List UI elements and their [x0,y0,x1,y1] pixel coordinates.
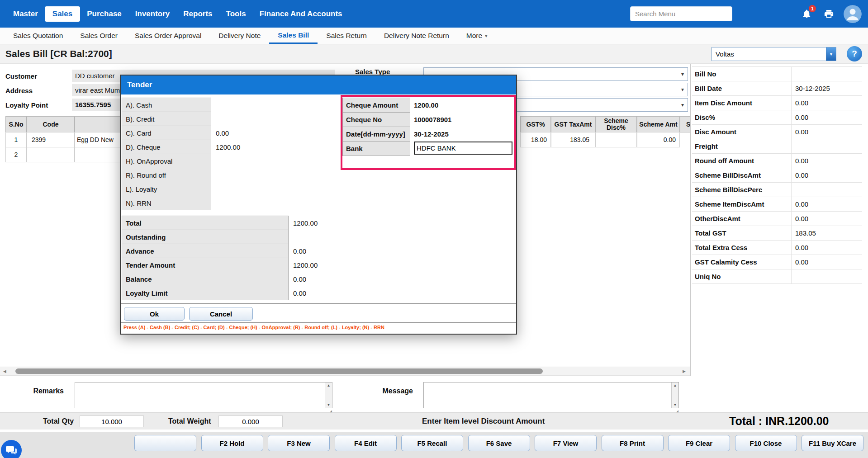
sales-bill-screen: Master Sales Purchase Inventory Reports … [0,0,868,458]
select-arrow-icon[interactable]: ▼ [826,47,836,61]
f11-buy-xcare-button[interactable]: F11 Buy XCare [802,435,863,451]
scroll-left-icon[interactable]: ◄ [2,368,7,374]
tender-payment-row: B). Credit [122,112,266,126]
message-textarea[interactable] [424,382,678,408]
otherdiscamt-value[interactable]: 0.00 [792,212,862,226]
gst-calamity-cess-value[interactable]: 0.00 [792,255,862,269]
tender-outstanding-label: Outstanding [122,230,289,244]
cheque-no-value[interactable]: 1000078901 [410,112,451,127]
f9-clear-button[interactable]: F9 Clear [668,435,730,451]
caret-up-icon[interactable]: ▲ [327,383,331,387]
grid-cell-code[interactable]: 2399 [27,132,75,147]
scroll-right-icon[interactable]: ► [682,368,687,374]
help-icon[interactable]: ? [847,46,862,61]
f6-save-button[interactable]: F6 Save [468,435,530,451]
bank-input[interactable] [414,142,512,155]
remarks-textarea[interactable] [75,382,332,408]
title-row: Sales Bill [CR Bal:2700] Voltas ▼ ? [0,44,868,64]
tab-sales-order[interactable]: Sales Order [71,28,126,44]
f8-print-button[interactable]: F8 Print [602,435,664,451]
grid-cell-scheme-disc-pct[interactable] [595,132,637,147]
nav-item-master[interactable]: Master [6,6,45,22]
f10-close-button[interactable]: F10 Close [735,435,797,451]
cheque-detail-row: Cheque Amount1200.00 [342,98,514,113]
total-extra-cess-value[interactable]: 0.00 [792,241,862,255]
scheme-itemdiscamt-value[interactable]: 0.00 [792,197,862,211]
textarea-scrollbar[interactable]: ▲ ▼ [325,382,332,408]
payment-option-round-off[interactable]: R). Round off [122,168,211,182]
grid-cell-sno[interactable]: 2 [5,147,27,162]
print-icon[interactable] [824,9,834,19]
scheme-itemdiscamt-label: Scheme ItemDiscAmt [692,197,792,211]
f3-new-button[interactable]: F3 New [268,435,330,451]
item-disc-amount-value[interactable]: 0.00 [792,96,862,110]
search-menu-input[interactable] [630,6,732,21]
scheme-billdiscamt-value[interactable]: 0.00 [792,168,862,182]
notification-count-badge: 1 [809,5,816,12]
f5-recall-button[interactable]: F5 Recall [401,435,463,451]
payment-option-cash[interactable]: A). Cash [122,98,211,112]
tender-summary-row: Balance0.00 [122,272,515,286]
total-weight-field[interactable] [218,416,283,427]
horizontal-scrollbar[interactable]: ◄ ► [0,367,690,376]
tab-sales-order-approval[interactable]: Sales Order Approval [126,28,210,44]
chat-fab[interactable] [1,440,22,458]
nav-item-inventory[interactable]: Inventory [128,6,177,22]
grid-cell-sno[interactable]: 1 [5,132,27,147]
cheque-date-value[interactable]: 30-12-2025 [410,127,449,142]
payment-option-rrn[interactable]: N). RRN [122,196,211,210]
caret-down-icon[interactable]: ▼ [674,403,677,407]
col-header-gst-taxamt: GST TaxAmt [551,116,595,132]
payment-option-credit[interactable]: B). Credit [122,112,211,126]
grid-cell-gst-pct[interactable]: 18.00 [520,132,551,147]
caret-down-icon[interactable]: ▼ [327,403,331,407]
tender-modal-title: Tender [127,80,152,90]
scrollbar-thumb[interactable] [15,368,543,374]
cheque-no-label: Cheque No [342,112,410,127]
bill-summary-row: Freight [692,139,862,154]
total-qty-field[interactable] [80,416,144,427]
tab-delivery-note-return[interactable]: Delivery Note Return [375,28,458,44]
grid-cell-scheme-amt[interactable]: 0.00 [637,132,680,147]
payment-option-card[interactable]: C). Card [122,126,211,140]
payment-option-cheque[interactable]: D). Cheque [122,140,211,154]
f4-edit-button[interactable]: F4 Edit [335,435,397,451]
brand-select[interactable]: Voltas ▼ [711,47,836,61]
nav-item-sales[interactable]: Sales [45,6,80,22]
f7-view-button[interactable]: F7 View [535,435,597,451]
textarea-scrollbar[interactable]: ▲ ▼ [671,382,678,408]
bill-no-value[interactable] [792,67,862,81]
tab-sales-bill[interactable]: Sales Bill [269,28,318,44]
grid-cell-code[interactable] [27,147,75,162]
payment-option-loyalty[interactable]: L). Loyalty [122,182,211,196]
payment-option-onapproval[interactable]: H). OnApproval [122,154,211,168]
bill-date-value[interactable]: 30-12-2025 [792,81,862,95]
cheque-amount-value[interactable]: 1200.00 [410,98,438,113]
round-off-amount-label: Round off Amount [692,154,792,168]
tab-delivery-note[interactable]: Delivery Note [210,28,269,44]
tab-sales-return[interactable]: Sales Return [318,28,375,44]
gst-calamity-cess-label: GST Calamity Cess [692,255,792,269]
caret-up-icon[interactable]: ▲ [674,383,677,387]
disc-amount-value[interactable]: 0.00 [792,125,862,139]
round-off-amount-value[interactable]: 0.00 [792,154,862,168]
total-gst-value[interactable]: 183.05 [792,226,862,240]
nav-item-reports[interactable]: Reports [176,6,219,22]
nav-item-purchase[interactable]: Purchase [80,6,128,22]
payment-amount-credit [211,112,266,126]
uniq-no-value[interactable] [792,269,862,283]
ok-button[interactable]: Ok [124,307,185,321]
freight-value[interactable] [792,139,862,153]
disc-pct-value[interactable]: 0.00 [792,110,862,124]
f2-hold-button[interactable]: F2 Hold [201,435,263,451]
nav-item-finance-and-accounts[interactable]: Finance And Accounts [253,6,349,22]
f1-blank-button[interactable] [134,435,196,451]
cancel-button[interactable]: Cancel [189,307,253,321]
tab-more[interactable]: More ▾ [458,28,496,44]
scheme-billdiscperc-value[interactable] [792,183,862,197]
grid-cell-gst-taxamt[interactable]: 183.05 [551,132,595,147]
tab-sales-quotation[interactable]: Sales Quotation [5,28,71,44]
nav-item-tools[interactable]: Tools [219,6,253,22]
notifications-bell-icon[interactable]: 1 [802,8,812,19]
user-avatar[interactable] [844,5,862,23]
